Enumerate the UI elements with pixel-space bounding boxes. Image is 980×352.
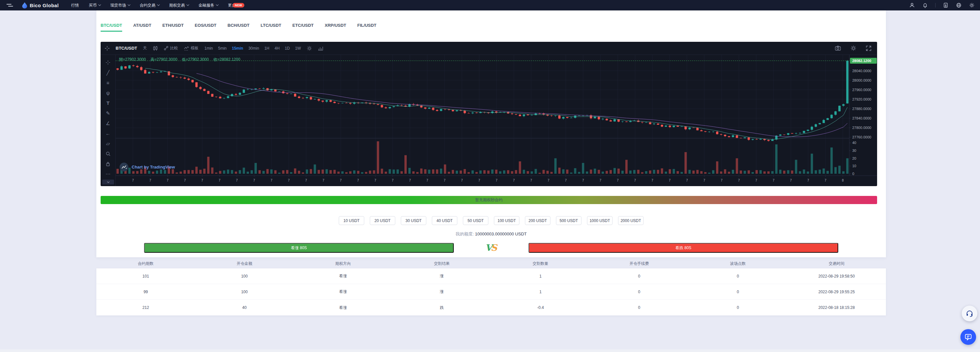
trend-line-icon[interactable]: ╱ [103, 68, 113, 78]
compare-button[interactable]: 比較 [164, 45, 178, 51]
menu-icon[interactable] [6, 3, 14, 7]
pair-tab[interactable]: LTC/USDT [261, 23, 281, 32]
interval-button[interactable]: 5min [218, 46, 227, 51]
nav-item[interactable]: 金融服务 [199, 3, 218, 8]
svg-text:7: 7 [201, 179, 203, 182]
table-cell: 看涨 [294, 305, 392, 311]
chat-icon [964, 333, 972, 341]
pair-tab[interactable]: BTC/USDT [100, 23, 122, 32]
nav-item[interactable]: 买币 [89, 3, 100, 8]
table-cell: 0 [590, 274, 689, 279]
nav-item[interactable]: 合约交易 [140, 3, 159, 8]
interval-button[interactable]: 15min [232, 46, 243, 51]
amount-button[interactable]: 100 USDT [494, 216, 519, 225]
chart-settings-gear-icon[interactable] [307, 46, 312, 51]
amount-button[interactable]: 10 USDT [339, 216, 364, 225]
svg-text:7: 7 [634, 179, 636, 182]
chart-symbol[interactable]: BTC/USDT [116, 46, 137, 51]
svg-text:7: 7 [790, 179, 792, 182]
chart-panel: BTC/USDT 天 比較 模板 1min5min15min30min1H4H1… [100, 42, 877, 186]
more-dots-icon[interactable]: ⋯ [103, 169, 113, 179]
amount-button[interactable]: 20 USDT [370, 216, 395, 225]
pair-tab[interactable]: ETC/USDT [293, 23, 313, 32]
indicators-icon[interactable] [318, 46, 323, 51]
chart-properties-gear-icon[interactable] [851, 45, 856, 51]
svg-text:7: 7 [738, 179, 740, 182]
table-row: 21240看涨跌-0.4002022-08-18 18:15:28 [96, 300, 886, 316]
pair-tab[interactable]: BCH/USDT [228, 23, 250, 32]
interval-button[interactable]: 1W [295, 46, 301, 51]
call-button[interactable]: 看涨 80S [144, 243, 454, 253]
amount-button[interactable]: 40 USDT [432, 216, 457, 225]
svg-text:7: 7 [513, 179, 515, 182]
day-interval-button[interactable]: 天 [143, 45, 147, 51]
toolbar-collapse-button[interactable] [102, 179, 114, 184]
nav-item[interactable]: 行情 [71, 3, 79, 8]
pitchfork-icon[interactable]: ψ [103, 88, 113, 98]
svg-text:7: 7 [357, 179, 359, 182]
crosshair-cursor-icon[interactable] [105, 46, 110, 51]
pair-tab[interactable]: AT/USDT [133, 23, 151, 32]
pair-tab[interactable]: FIL/USDT [357, 23, 377, 32]
theme-sun-icon[interactable] [969, 2, 975, 8]
text-tool-icon[interactable]: T [103, 98, 113, 108]
crosshair-tool-icon[interactable] [103, 57, 113, 68]
svg-text:7: 7 [253, 179, 255, 182]
app-download-icon[interactable] [943, 2, 949, 8]
brush-icon[interactable]: ✎ [103, 108, 113, 118]
interval-button[interactable]: 1min [205, 46, 213, 51]
camera-snapshot-icon[interactable] [835, 46, 841, 51]
magnifier-icon[interactable] [103, 149, 113, 159]
amount-button[interactable]: 50 USDT [463, 216, 488, 225]
table-cell: 0 [689, 274, 787, 279]
globe-icon[interactable] [956, 2, 962, 8]
pair-tab[interactable]: EOS/USDT [195, 23, 216, 32]
amount-button[interactable]: 200 USDT [525, 216, 550, 225]
amount-button[interactable]: 2000 USDT [618, 216, 644, 225]
interval-button[interactable]: 1H [264, 46, 269, 51]
candle-style-icon[interactable] [153, 46, 158, 51]
tradingview-attribution[interactable]: Chart by TradingView [119, 163, 175, 171]
fullscreen-icon[interactable] [866, 46, 871, 51]
user-icon[interactable] [909, 2, 915, 8]
table-cell: 0 [689, 290, 787, 294]
amount-button[interactable]: 1000 USDT [587, 216, 612, 225]
nav-item[interactable]: 现货市场 [110, 3, 130, 8]
svg-text:7: 7 [374, 179, 376, 182]
chevron-down-icon [186, 3, 189, 6]
table-cell: 看涨 [294, 273, 392, 279]
nav-item[interactable]: 期权交易 [169, 3, 189, 8]
svg-text:7: 7 [167, 179, 169, 182]
put-button[interactable]: 看跌 80S [528, 243, 838, 253]
amount-button[interactable]: 30 USDT [401, 216, 426, 225]
tradingview-logo-icon [119, 163, 128, 171]
tradingview-attribution-text: Chart by TradingView [132, 165, 175, 170]
table-cell: 0 [590, 305, 689, 310]
measure-icon[interactable]: ∠ [103, 118, 113, 128]
pair-tab[interactable]: ETH/USDT [162, 23, 184, 32]
svg-text:30: 30 [852, 149, 856, 152]
customer-support-button[interactable] [962, 306, 977, 321]
lock-icon[interactable] [103, 159, 113, 169]
svg-text:7: 7 [149, 179, 151, 182]
interval-button[interactable]: 1D [285, 46, 290, 51]
brand[interactable]: Bico Global [22, 2, 59, 8]
svg-text:7: 7 [392, 179, 394, 182]
horizontal-scrollbar[interactable] [0, 349, 980, 352]
pair-tab[interactable]: XRP/USDT [325, 23, 346, 32]
chart-canvas[interactable]: 7777777777777777777777777777777777777777… [116, 55, 877, 186]
live-chat-button[interactable] [960, 329, 976, 345]
template-button[interactable]: 模板 [184, 45, 199, 51]
ruler-icon[interactable]: ▱ [103, 138, 113, 149]
column-header: 开仓金额 [195, 261, 294, 266]
arrow-left-icon[interactable]: ← [103, 128, 113, 138]
chart-toolbar: BTC/USDT 天 比較 模板 1min5min15min30min1H4H1… [100, 42, 877, 55]
table-cell: 100 [195, 290, 294, 294]
bell-icon[interactable] [922, 2, 928, 8]
interval-button[interactable]: 30min [248, 46, 259, 51]
fib-retracement-icon[interactable]: ≡ [103, 78, 113, 88]
amount-button[interactable]: 500 USDT [556, 216, 581, 225]
quota-line: 我的额度: 10000003.00000000 USDT [96, 231, 886, 237]
candlestick-chart[interactable]: 7777777777777777777777777777777777777777… [116, 55, 877, 186]
interval-button[interactable]: 4H [274, 46, 279, 51]
